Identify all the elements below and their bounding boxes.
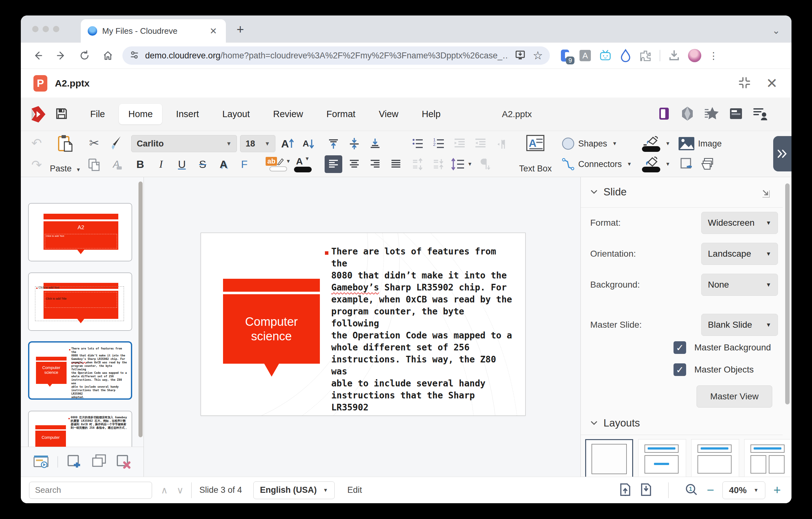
browser-tab[interactable]: My Files - Cloudreve ✕ <box>81 19 226 43</box>
site-settings-icon[interactable] <box>129 50 139 61</box>
menu-format[interactable]: Format <box>317 104 365 125</box>
view-settings-icon[interactable] <box>729 106 743 122</box>
align-right-button[interactable] <box>366 155 384 173</box>
slide-thumbnail-1[interactable]: A2 Click to add Text <box>28 203 132 262</box>
master-view-button[interactable]: Master View <box>697 385 772 408</box>
extension-tv-icon[interactable] <box>599 49 612 62</box>
valign-top-button[interactable] <box>325 135 342 153</box>
slide-thumbnail-3-selected[interactable]: Computer science There are lots of featu… <box>28 341 132 400</box>
zoom-window-button[interactable] <box>53 26 59 32</box>
collapse-section-chevron-icon[interactable] <box>590 189 598 194</box>
slide-canvas[interactable]: Computer science There are lots of featu… <box>144 177 580 477</box>
tab-search-chevron-icon[interactable]: ⌄ <box>772 25 780 36</box>
font-color-button[interactable]: A▼ <box>294 155 312 173</box>
menu-layout[interactable]: Layout <box>213 104 259 125</box>
insert-image-button[interactable]: Image <box>678 134 725 153</box>
extensions-puzzle-icon[interactable] <box>639 49 652 62</box>
minimize-window-button[interactable] <box>42 26 49 32</box>
language-select[interactable]: English (USA)▼ <box>253 482 335 499</box>
master-background-checkbox[interactable]: ✓ <box>673 341 686 354</box>
master-objects-checkbox[interactable]: ✓ <box>673 363 686 376</box>
panel-scrollbar[interactable] <box>785 184 790 404</box>
downloads-icon[interactable] <box>668 49 680 62</box>
shape-fill-caret-icon[interactable]: ▼ <box>665 161 670 167</box>
menu-file[interactable]: File <box>81 104 115 125</box>
extension-phone-icon[interactable]: 9 <box>559 49 571 62</box>
forward-button[interactable] <box>55 50 67 61</box>
exit-fullscreen-icon[interactable] <box>738 76 751 90</box>
add-slide-button[interactable] <box>66 454 83 470</box>
fit-to-slide-button[interactable] <box>619 483 632 498</box>
cut-button[interactable]: ✂ <box>85 134 103 152</box>
underline-button[interactable]: U <box>173 155 191 173</box>
feedback-star-icon[interactable] <box>703 106 719 122</box>
zoom-100-button[interactable]: 1 <box>685 483 698 498</box>
align-center-button[interactable] <box>345 155 363 173</box>
clear-format-button[interactable]: A <box>107 156 125 174</box>
zoom-in-button[interactable]: + <box>774 483 781 497</box>
copy-button[interactable] <box>85 156 103 174</box>
shape-outline-caret-icon[interactable]: ▼ <box>665 141 670 146</box>
address-bar[interactable]: demo.cloudreve.org/home?path=cloudreve%3… <box>122 47 550 65</box>
install-app-icon[interactable] <box>515 49 526 62</box>
increase-font-button[interactable]: A <box>279 135 296 153</box>
increase-indent-button[interactable] <box>472 135 489 153</box>
background-select[interactable]: None▼ <box>701 274 778 296</box>
advanced-settings-icon[interactable] <box>761 189 772 200</box>
slide-thumbnail-4[interactable]: Computer 8080 芯片的很多功能都没有加入 Gameboy 的夏普 L… <box>28 411 132 447</box>
layouts-chevron-icon[interactable] <box>590 420 598 426</box>
bullet-list-button[interactable] <box>409 135 427 153</box>
delete-slide-button[interactable] <box>115 454 132 470</box>
layout-two-content[interactable] <box>744 439 791 479</box>
shapes-button[interactable]: Shapes▼ <box>561 134 632 153</box>
italic-button[interactable]: I <box>152 155 170 173</box>
bold-button[interactable]: B <box>131 155 149 173</box>
highlight-color-button[interactable]: ab▼ <box>266 155 291 173</box>
slide-3-editing-surface[interactable]: Computer science There are lots of featu… <box>201 233 526 416</box>
zoom-out-button[interactable]: − <box>707 483 714 497</box>
menu-review[interactable]: Review <box>264 104 313 125</box>
slide-body-text[interactable]: There are lots of features from the 8080… <box>331 246 513 416</box>
menu-view[interactable]: View <box>369 104 408 125</box>
search-input[interactable] <box>29 482 152 499</box>
move-paragraph-down-button[interactable] <box>430 155 447 173</box>
slide-layers-button[interactable] <box>699 155 717 173</box>
format-select[interactable]: Widescreen▼ <box>701 212 778 234</box>
home-button[interactable] <box>102 50 114 61</box>
title-shape[interactable]: Computer science <box>223 294 320 364</box>
align-left-button[interactable] <box>325 155 342 173</box>
thumbnails-scrollbar[interactable] <box>139 182 143 437</box>
window-controls[interactable] <box>32 26 59 32</box>
paragraph-settings-button[interactable] <box>475 155 493 173</box>
title-shape-top-bar[interactable] <box>223 279 320 292</box>
bookmark-star-icon[interactable]: ☆ <box>533 49 543 62</box>
font-name-select[interactable]: Carlito▼ <box>131 135 237 152</box>
master-slide-select[interactable]: Blank Slide▼ <box>701 314 778 336</box>
decrease-indent-button[interactable] <box>451 135 468 153</box>
close-document-icon[interactable]: ✕ <box>766 77 778 90</box>
move-paragraph-up-button[interactable] <box>409 155 427 173</box>
numbered-list-button[interactable]: 12 <box>430 135 447 153</box>
font-size-select[interactable]: 18▼ <box>240 135 276 152</box>
layout-blank[interactable] <box>585 439 633 479</box>
reload-button[interactable] <box>78 50 91 61</box>
slide-thumbnail-2[interactable]: Click to add Text Click to add Title <box>28 272 132 331</box>
orientation-select[interactable]: Landscape▼ <box>701 243 778 265</box>
shape-outline-color-button[interactable] <box>642 135 660 153</box>
text-box-button[interactable]: A Text Box <box>519 134 552 174</box>
user-settings-icon[interactable] <box>753 106 768 122</box>
zoom-level-select[interactable]: 40%▼ <box>722 482 765 499</box>
shape-gem-icon[interactable] <box>681 106 694 122</box>
connectors-button[interactable]: Connectors▼ <box>561 155 632 174</box>
line-spacing-button[interactable]: ▼ <box>451 155 472 173</box>
new-tab-button[interactable]: + <box>237 24 244 35</box>
text-direction-button[interactable] <box>492 135 510 153</box>
valign-bottom-button[interactable] <box>366 135 384 153</box>
fit-to-width-button[interactable] <box>640 483 652 498</box>
undo-button[interactable]: ↶ <box>28 134 46 152</box>
paste-button[interactable]: Paste ▼ <box>50 134 81 174</box>
menu-insert[interactable]: Insert <box>167 104 208 125</box>
align-justify-button[interactable] <box>387 155 405 173</box>
text-shadow-button[interactable]: A <box>214 155 232 173</box>
duplicate-slide-button[interactable] <box>91 454 107 470</box>
